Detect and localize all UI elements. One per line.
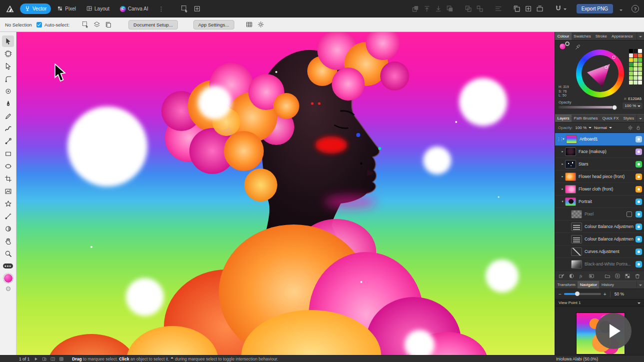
layer-visibility-toggle[interactable] <box>636 148 642 155</box>
layer-visibility-toggle[interactable] <box>636 224 642 230</box>
colour-swatch[interactable] <box>629 58 633 62</box>
tab-navigator[interactable]: Navigator <box>578 281 599 288</box>
colour-swatch[interactable] <box>634 62 638 66</box>
layer-expander-icon[interactable]: ▸ <box>560 150 565 154</box>
blend-mode-select[interactable]: Normal <box>594 126 612 130</box>
layer-visibility-toggle[interactable] <box>636 236 642 242</box>
tab-swatches[interactable]: Swatches <box>572 32 594 40</box>
snapping-icon[interactable] <box>555 5 567 12</box>
rectangle-tool[interactable] <box>2 148 14 160</box>
colour-wheel[interactable] <box>576 50 624 98</box>
colour-swatch[interactable] <box>634 49 638 53</box>
colour-swatch[interactable] <box>634 58 638 62</box>
move-forward-icon[interactable] <box>423 5 431 12</box>
persona-canva-ai[interactable]: CCanva AI <box>115 4 153 14</box>
tab-quick-fx[interactable]: Quick FX <box>600 114 621 122</box>
duplicate-icon[interactable] <box>105 21 112 28</box>
play-button[interactable] <box>596 313 632 349</box>
insert-on-top-icon[interactable] <box>536 5 544 12</box>
layer-row[interactable]: ▸Flower head piece (front) <box>555 170 644 183</box>
eyedropper-icon[interactable] <box>575 43 581 52</box>
stroke-colour-chip[interactable] <box>565 42 570 46</box>
layers-opacity-select[interactable]: 100 % <box>575 126 592 130</box>
adjustment-icon[interactable] <box>569 273 575 279</box>
view-tool[interactable] <box>2 236 14 247</box>
layer-expander-icon[interactable]: ▸ <box>560 187 565 191</box>
ungroup-icon[interactable] <box>476 5 484 12</box>
insert-inside-icon[interactable] <box>525 5 532 12</box>
insert-behind-icon[interactable] <box>513 5 521 12</box>
vector-crop-tool[interactable] <box>2 173 14 184</box>
active-colour-well[interactable] <box>3 274 13 283</box>
delete-layer-icon[interactable] <box>635 273 641 279</box>
zoom-slider-knob[interactable] <box>575 292 580 296</box>
layer-settings-icon[interactable] <box>628 125 633 130</box>
colour-swatch[interactable] <box>629 76 633 80</box>
zoom-value[interactable]: 50 % <box>615 292 624 296</box>
transparency-tool[interactable] <box>2 223 14 234</box>
group-layers-icon[interactable] <box>605 273 611 279</box>
navigator-preview[interactable] <box>555 306 644 355</box>
tab-history[interactable]: History <box>599 281 616 288</box>
colour-swatch[interactable] <box>634 80 638 84</box>
persona-pixel[interactable]: Pixel <box>52 4 80 14</box>
view-point-bar[interactable]: View Point 1 <box>555 299 644 306</box>
layer-visibility-toggle[interactable] <box>636 161 642 168</box>
layer-visibility-toggle[interactable] <box>636 261 642 268</box>
alignment-icon[interactable] <box>495 5 502 12</box>
layer-row[interactable]: ▸Face (makeup) <box>555 146 644 158</box>
corner-tool[interactable] <box>2 73 14 84</box>
group-icon[interactable] <box>465 5 472 12</box>
layer-row[interactable]: Colour Balance Adjustmen <box>555 233 644 246</box>
tab-stroke[interactable]: Stroke <box>593 32 609 40</box>
place-image-tool[interactable] <box>2 186 14 197</box>
layer-visibility-toggle[interactable] <box>636 248 642 255</box>
layer-visibility-toggle[interactable] <box>636 186 642 192</box>
layer-visibility-toggle[interactable] <box>636 211 642 218</box>
colour-swatch[interactable] <box>638 62 642 66</box>
help-button[interactable]: ? <box>632 5 639 12</box>
tab-layers[interactable]: Layers <box>555 114 572 122</box>
canvas[interactable] <box>16 32 555 355</box>
marquee-mode-icon[interactable] <box>82 21 89 28</box>
layer-expander-icon[interactable]: ▸ <box>560 174 565 178</box>
layout-grid-icon[interactable] <box>193 5 201 12</box>
artboard-tool[interactable] <box>2 48 14 60</box>
colour-swatch[interactable] <box>634 72 638 76</box>
tab-transform[interactable]: Transform <box>555 281 578 288</box>
colour-swatch[interactable] <box>629 67 633 71</box>
document-setup-button[interactable]: Document Setup... <box>128 20 178 30</box>
move-backward-icon[interactable] <box>435 5 442 12</box>
export-png-button[interactable]: Export PNG <box>577 4 613 14</box>
auto-select-control[interactable]: Auto-select: <box>36 22 69 28</box>
split-view-icon[interactable] <box>50 356 55 362</box>
gradient-tool[interactable] <box>2 210 14 222</box>
opacity-slider[interactable] <box>559 106 616 108</box>
colour-swatch[interactable] <box>638 67 642 71</box>
colour-swatch[interactable] <box>638 80 642 84</box>
ellipse-tool[interactable] <box>2 160 14 172</box>
preferences-gear-icon[interactable] <box>257 21 264 28</box>
shade-selector[interactable] <box>605 66 608 69</box>
colour-swatch[interactable] <box>638 76 642 80</box>
lock-icon[interactable] <box>636 125 641 130</box>
layer-row[interactable]: Pixel <box>555 208 644 220</box>
add-pixel-layer-icon[interactable] <box>625 273 631 279</box>
play-icon[interactable] <box>33 356 38 362</box>
edit-all-layers-icon[interactable] <box>559 273 565 279</box>
zoom-in-button[interactable]: + <box>604 292 607 297</box>
tab-styles[interactable]: Styles <box>621 114 637 122</box>
layer-expander-icon[interactable]: ▾ <box>560 200 565 204</box>
mask-layer-icon[interactable] <box>589 273 595 279</box>
fill-tool[interactable] <box>2 136 14 147</box>
layer-visibility-toggle[interactable] <box>636 136 642 142</box>
layer-row[interactable]: Colour Balance Adjustmen <box>555 220 644 233</box>
tab-menu-chevron-icon[interactable] <box>637 32 644 40</box>
shape-tool[interactable] <box>2 198 14 210</box>
layer-row[interactable]: ▸Stars <box>555 158 644 170</box>
layer-row[interactable]: ▸Flower cloth (front) <box>555 183 644 196</box>
zoom-tool[interactable] <box>2 248 14 260</box>
export-options-chevron-icon[interactable] <box>616 4 625 14</box>
tab-colour[interactable]: Colour <box>555 32 572 40</box>
colour-swatch[interactable] <box>629 62 633 66</box>
